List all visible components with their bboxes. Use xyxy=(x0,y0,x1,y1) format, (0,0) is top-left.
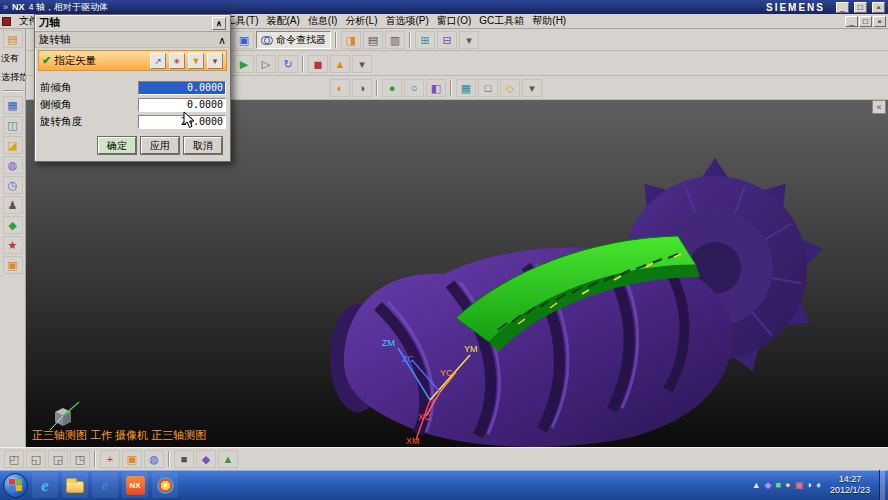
show-hide-icon[interactable]: □ xyxy=(478,79,498,97)
specify-vector-row[interactable]: ✔ 指定矢量 ↗ ∗ ▼ ▾ xyxy=(38,50,227,71)
axis-label-ym: YM xyxy=(464,344,478,354)
maximize-button[interactable]: □ xyxy=(854,2,867,13)
command-finder[interactable]: 命令查找器 xyxy=(256,31,331,49)
orient-view-icon[interactable]: ◧ xyxy=(426,79,446,97)
child-minimize-button[interactable]: _ xyxy=(845,16,858,27)
post-process-icon[interactable]: ▲ xyxy=(330,55,350,73)
cancel-button[interactable]: 取消 xyxy=(184,137,222,154)
bottom-toolbar: ◰ ◱ ◲ ◳ + ▣ ◍ ■ ◆ ▲ xyxy=(0,447,888,470)
menu-help[interactable]: 帮助(H) xyxy=(528,14,570,28)
verify-toolpath-icon[interactable]: ↻ xyxy=(278,55,298,73)
vector-dropdown-icon[interactable]: ▾ xyxy=(207,53,223,69)
materials-icon[interactable]: ★ xyxy=(3,236,23,254)
child-close-button[interactable]: × xyxy=(873,16,886,27)
view-status-label: 正三轴测图 工作 摄像机 正三轴测图 xyxy=(32,428,206,443)
toolbar-separator xyxy=(450,80,452,96)
child-restore-button[interactable]: □ xyxy=(859,16,872,27)
roles-icon[interactable]: ◆ xyxy=(3,216,23,234)
view-dropdown-icon[interactable]: ▾ xyxy=(522,79,542,97)
window-tile-icon[interactable]: ▥ xyxy=(385,31,405,49)
dock-corner-icon-4[interactable]: ◳ xyxy=(70,450,90,468)
lead-angle-row: 前倾角 xyxy=(35,79,230,96)
nx-launcher-icon[interactable]: NX xyxy=(122,472,148,498)
selection-filter-icon[interactable]: ▤ xyxy=(3,30,23,48)
close-button[interactable]: × xyxy=(872,2,885,13)
vector-dialog-icon[interactable]: ↗ xyxy=(150,53,166,69)
menu-information[interactable]: 信息(I) xyxy=(304,14,341,28)
dock-corner-icon-2[interactable]: ◱ xyxy=(26,450,46,468)
toolbar-dropdown-icon[interactable]: ▾ xyxy=(459,31,479,49)
inferred-vector-icon[interactable]: ∗ xyxy=(169,53,185,69)
wireframe-view-icon[interactable]: ◑ xyxy=(352,79,372,97)
tray-security-icon[interactable]: ▣ xyxy=(794,480,803,490)
show-desktop-button[interactable] xyxy=(879,470,885,500)
constraint-navigator-icon[interactable]: ◫ xyxy=(3,116,23,134)
resource-bar: ▤ 没有 选择范 ▦ ◫ ◪ ◍ ◷ ♟ ◆ ★ ▣ xyxy=(0,29,26,447)
pan-icon[interactable]: + xyxy=(100,450,120,468)
replay-toolpath-icon[interactable]: ▷ xyxy=(256,55,276,73)
lead-angle-input[interactable] xyxy=(138,81,226,95)
resource-bar-divider xyxy=(3,90,23,92)
chrome-icon[interactable] xyxy=(152,472,178,498)
reverse-direction-icon[interactable]: ▼ xyxy=(188,53,204,69)
hidden-icons-chevron[interactable]: ▲ xyxy=(752,480,761,490)
taskbar-clock[interactable]: 14:27 2012/1/23 xyxy=(830,474,870,497)
dialog-titlebar[interactable]: 刀轴 ∧ xyxy=(35,15,230,32)
mouse-cursor xyxy=(183,111,195,129)
reuse-library-icon[interactable]: ◍ xyxy=(3,156,23,174)
screenshot-icon[interactable]: ◨ xyxy=(341,31,361,49)
part-navigator-icon[interactable]: ◪ xyxy=(3,136,23,154)
menu-preferences[interactable]: 首选项(P) xyxy=(382,14,433,28)
view-grid-icon[interactable]: ⊞ xyxy=(415,31,435,49)
assembly-navigator-icon[interactable]: ▦ xyxy=(3,96,23,114)
generate-toolpath-icon[interactable]: ▶ xyxy=(234,55,254,73)
selection-filter-label[interactable]: 没有 xyxy=(0,52,25,65)
measure-icon[interactable]: ◆ xyxy=(196,450,216,468)
tray-update-icon[interactable]: ● xyxy=(785,480,790,490)
web-browser-icon[interactable]: ◷ xyxy=(3,176,23,194)
fit-view-icon[interactable]: ● xyxy=(382,79,402,97)
dialog-collapse-icon[interactable]: ∧ xyxy=(212,17,226,30)
rotation-angle-input[interactable] xyxy=(138,115,226,129)
menu-assembly[interactable]: 装配(A) xyxy=(262,14,303,28)
browser-icon[interactable]: e xyxy=(92,472,118,498)
snapshot-icon[interactable]: ■ xyxy=(174,450,194,468)
shaded-view-icon[interactable]: ◐ xyxy=(330,79,350,97)
windows-flag-icon xyxy=(9,479,22,492)
tilt-angle-label: 侧倾角 xyxy=(40,98,138,112)
menu-gc-toolbox[interactable]: GC工具箱 xyxy=(475,14,528,28)
toolbar-overflow-handle[interactable]: « xyxy=(872,100,886,114)
minimize-button[interactable]: _ xyxy=(836,2,849,13)
prompt-icon[interactable]: ▲ xyxy=(218,450,238,468)
menu-window[interactable]: 窗口(O) xyxy=(433,14,475,28)
layer-settings-icon[interactable]: ▦ xyxy=(456,79,476,97)
group-collapse-icon[interactable]: ∧ xyxy=(218,34,226,46)
rotate-view-icon[interactable]: ◍ xyxy=(144,450,164,468)
stop-icon[interactable]: ◼ xyxy=(308,55,328,73)
dock-corner-icon-3[interactable]: ◲ xyxy=(48,450,68,468)
dock-corner-icon-1[interactable]: ◰ xyxy=(4,450,24,468)
machining-wizard-icon[interactable]: ▣ xyxy=(3,256,23,274)
ok-button[interactable]: 确定 xyxy=(98,137,136,154)
snap-point-icon[interactable]: ◇ xyxy=(500,79,520,97)
zoom-icon[interactable]: ○ xyxy=(404,79,424,97)
volume-icon[interactable]: ◗ xyxy=(807,480,812,490)
tray-antivirus-icon[interactable]: ■ xyxy=(776,480,781,490)
cube-view-icon[interactable]: ▣ xyxy=(122,450,142,468)
network-icon[interactable]: ♦ xyxy=(816,480,821,490)
menu-analysis[interactable]: 分析(L) xyxy=(341,14,381,28)
start-button[interactable] xyxy=(3,473,28,498)
file-explorer-icon[interactable] xyxy=(62,472,88,498)
history-icon[interactable]: ♟ xyxy=(3,196,23,214)
tilt-angle-input[interactable] xyxy=(138,98,226,112)
window-cascade-icon[interactable]: ▤ xyxy=(363,31,383,49)
tray-nx-icon[interactable]: ◆ xyxy=(765,480,772,490)
child-window-icon xyxy=(2,17,11,26)
operation-dropdown-icon[interactable]: ▾ xyxy=(352,55,372,73)
apply-button[interactable]: 应用 xyxy=(141,137,179,154)
window-layout-icon[interactable]: ▣ xyxy=(234,31,254,49)
internet-explorer-icon[interactable]: e xyxy=(32,472,58,498)
selection-scope-label[interactable]: 选择范 xyxy=(0,71,25,84)
rotation-axis-group-header[interactable]: 旋转轴 ∧ xyxy=(35,32,230,48)
view-remove-icon[interactable]: ⊟ xyxy=(437,31,457,49)
